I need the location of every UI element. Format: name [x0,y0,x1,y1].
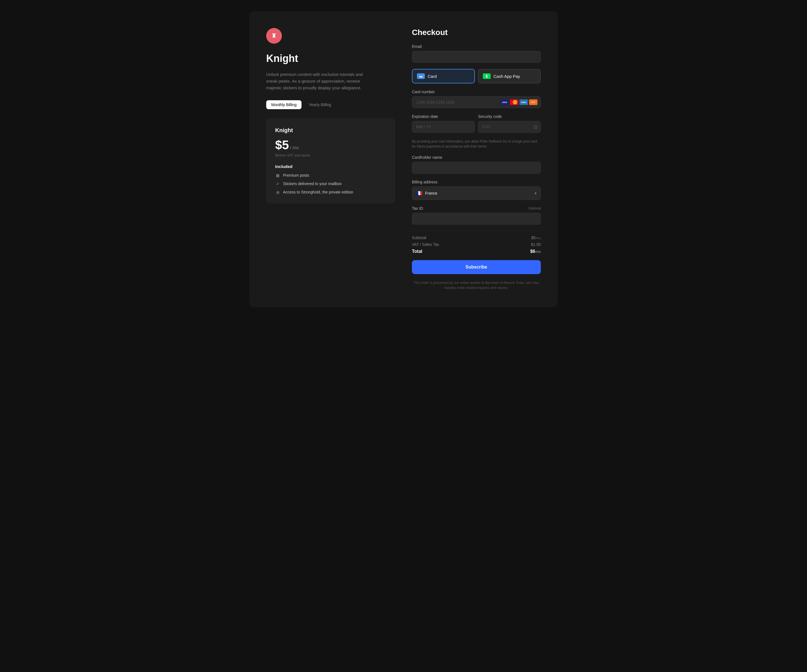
feature-icon-posts: ▤ [275,173,280,178]
brand-name: Knight [266,53,395,65]
cvv-label: Security code [478,114,541,119]
subscribe-button[interactable]: Subscribe [412,260,541,274]
card-icon: ▬ [417,73,425,79]
payment-methods: ▬ Card $ Cash App Pay [412,69,541,83]
plan-price-period: / mo [290,145,299,151]
email-group: Email [412,44,541,63]
footer-note: This order is processed by our online re… [412,280,541,290]
vat-row: VAT / Sales Tax $1.00 [412,242,541,247]
tax-id-header: Tax ID Optional [412,206,541,210]
plan-card: Knight $5 / mo Before VAT and taxes Incl… [266,118,395,204]
page-container: ♜ Knight Unlock premium content with exc… [249,11,558,307]
list-item: ▤ Premium posts [275,173,386,178]
cardholder-label: Cardholder name [412,155,541,160]
list-item: ✓ Stickers delivered to your mailbox [275,181,386,186]
summary-section: Subtotal $5/mo VAT / Sales Tax $1.00 Tot… [412,231,541,254]
cvv-group: Security code ⊡ [478,114,541,133]
feature-icon-stronghold: ◎ [275,190,280,195]
billing-address-group: Billing address 🇫🇷 France ▾ [412,180,541,200]
visa-logo: VISA [500,99,509,105]
feature-text: Access to Stronghold, the private editio… [283,190,353,194]
cashapp-payment-button[interactable]: $ Cash App Pay [478,69,541,83]
vat-label: VAT / Sales Tax [412,242,439,247]
plan-features: ▤ Premium posts ✓ Stickers delivered to … [275,173,386,195]
subtotal-row: Subtotal $5/mo [412,235,541,240]
expiry-group: Expiration date [412,114,475,133]
cvv-field[interactable] [478,121,541,133]
cvv-icon: ⊡ [534,124,538,130]
cashapp-icon: $ [483,73,491,79]
plan-included-label: Included [275,164,386,169]
feature-text: Stickers delivered to your mailbox [283,181,342,186]
expiry-cvv-row: Expiration date Security code ⊡ [412,114,541,133]
feature-icon-stickers: ✓ [275,181,280,186]
discover-logo: DISC [529,99,538,105]
plan-price: $5 / mo [275,138,386,152]
cashapp-label: Cash App Pay [493,74,520,79]
country-left: 🇫🇷 France [416,190,437,196]
total-row: Total $6/mo [412,249,541,254]
tax-id-label: Tax ID [412,206,423,210]
country-name: France [425,191,437,195]
card-logos: VISA AMEX DISC [500,99,538,105]
yearly-billing-button[interactable]: Yearly Billing [304,100,336,109]
left-panel: ♜ Knight Unlock premium content with exc… [266,28,395,290]
cardholder-field[interactable] [412,162,541,174]
plan-vat-note: Before VAT and taxes [275,153,386,157]
subtotal-label: Subtotal [412,235,426,240]
logo-icon: ♜ [271,32,277,40]
amex-logo: AMEX [520,99,528,105]
country-select[interactable]: 🇫🇷 France ▾ [412,187,541,200]
billing-toggle: Monthly Billing Yearly Billing [266,100,395,109]
monthly-billing-button[interactable]: Monthly Billing [266,100,302,109]
card-number-group: Card number VISA AMEX DISC [412,89,541,108]
card-info-note: By providing your card information, you … [412,139,541,149]
country-flag: 🇫🇷 [416,190,422,196]
chevron-down-icon: ▾ [535,191,536,195]
expiry-label: Expiration date [412,114,475,119]
plan-price-amount: $5 [275,138,289,152]
checkout-title: Checkout [412,28,541,37]
expiry-field[interactable] [412,121,475,133]
brand-description: Unlock premium content with exclusive tu… [266,71,373,91]
mastercard-logo [510,99,518,105]
billing-address-label: Billing address [412,180,541,184]
card-number-input-wrapper: VISA AMEX DISC [412,96,541,108]
tax-id-group: Tax ID Optional [412,206,541,225]
plan-card-name: Knight [275,127,386,134]
card-number-label: Card number [412,89,541,94]
vat-value: $1.00 [531,242,541,247]
list-item: ◎ Access to Stronghold, the private edit… [275,190,386,195]
email-field[interactable] [412,51,541,63]
tax-id-optional: Optional [528,206,541,210]
card-label: Card [428,74,437,79]
email-label: Email [412,44,541,49]
right-panel: Checkout Email ▬ Card $ Cash App Pay Car… [412,28,541,290]
cvv-input-wrapper: ⊡ [478,121,541,133]
brand-logo: ♜ [266,28,282,44]
total-label: Total [412,249,422,254]
subtotal-value: $5/mo [531,235,541,240]
tax-id-field[interactable] [412,213,541,225]
feature-text: Premium posts [283,173,309,177]
cardholder-group: Cardholder name [412,155,541,174]
card-payment-button[interactable]: ▬ Card [412,69,475,83]
total-value: $6/mo [530,249,541,254]
